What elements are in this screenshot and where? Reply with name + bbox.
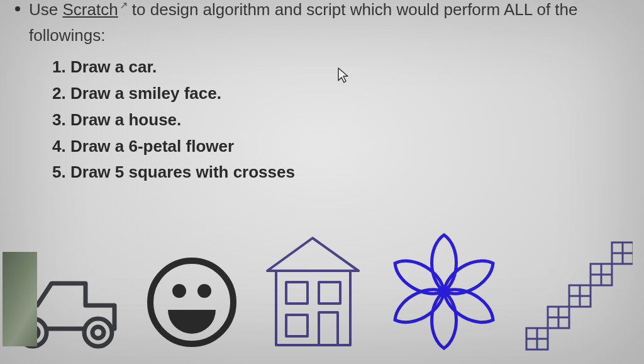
- scratch-link[interactable]: Scratch↗: [62, 0, 127, 19]
- bullet-icon: [15, 6, 20, 11]
- intro-suffix: to design algorithm and script which wou…: [128, 0, 578, 19]
- svg-rect-11: [286, 315, 308, 336]
- scratch-link-text: Scratch: [62, 0, 118, 19]
- house-illustration: [261, 227, 365, 353]
- svg-rect-12: [319, 312, 338, 345]
- intro-bullet: Use Scratch↗ to design algorithm and scr…: [15, 0, 629, 47]
- list-item: Draw a car.: [70, 57, 629, 78]
- intro-text: Use Scratch↗ to design algorithm and scr…: [29, 0, 578, 47]
- list-item: Draw 5 squares with crosses: [70, 162, 629, 183]
- flower-icon: [384, 230, 504, 353]
- steps-list: Draw a car. Draw a smiley face. Draw a h…: [53, 57, 629, 183]
- page: Use Scratch↗ to design algorithm and scr…: [0, 0, 644, 364]
- svg-point-7: [197, 284, 211, 298]
- svg-rect-10: [319, 282, 340, 304]
- list-item: Draw a house.: [70, 110, 629, 131]
- flower-illustration: [384, 230, 504, 353]
- svg-point-3: [84, 319, 112, 346]
- svg-point-6: [172, 284, 186, 298]
- smiley-icon: [142, 252, 242, 353]
- intro-followings: followings:: [29, 25, 578, 47]
- svg-rect-9: [286, 282, 308, 304]
- house-icon: [261, 227, 365, 353]
- car-illustration: [3, 246, 122, 353]
- list-item: Draw a 6-petal flower: [70, 136, 629, 157]
- illustrations-row: [0, 227, 644, 353]
- smiley-illustration: [142, 252, 242, 353]
- car-background-image: [3, 252, 37, 346]
- squares-illustration: [523, 236, 633, 353]
- intro-prefix: Use: [29, 0, 62, 19]
- svg-point-4: [92, 327, 104, 338]
- list-item: Draw a smiley face.: [70, 83, 629, 105]
- squares-with-crosses-icon: [523, 236, 633, 353]
